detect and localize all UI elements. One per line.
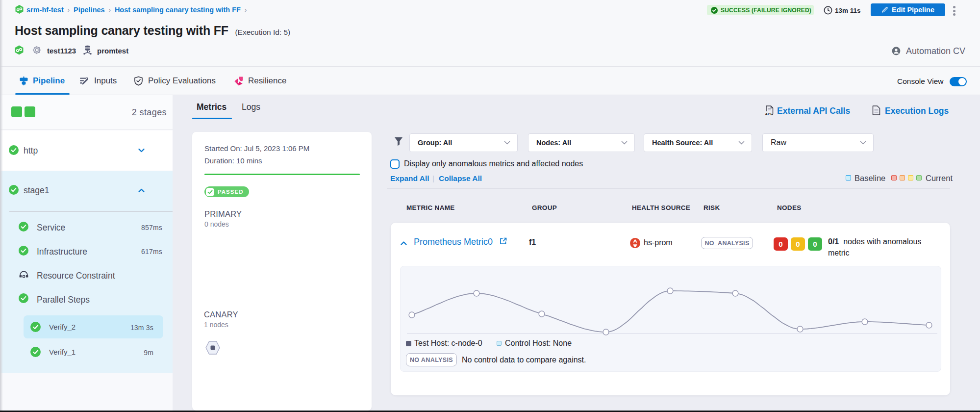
svg-text:API: API: [765, 112, 772, 116]
